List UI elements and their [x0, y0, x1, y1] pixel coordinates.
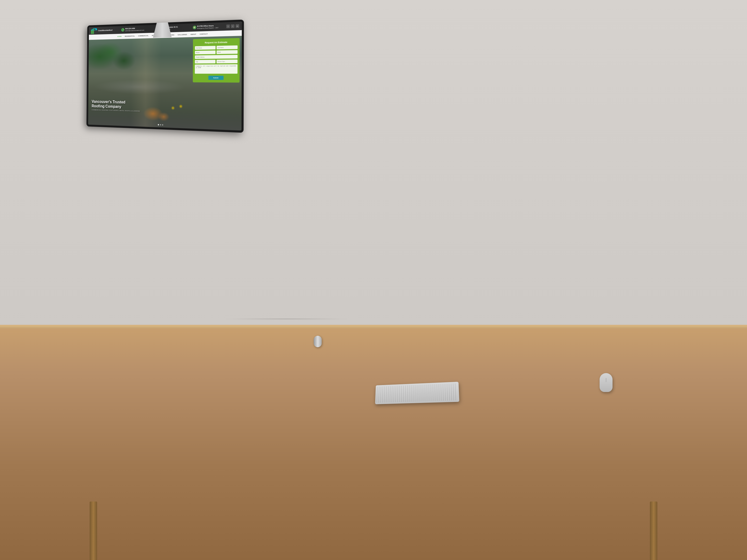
contact-row [195, 50, 237, 54]
svg-rect-16 [186, 64, 190, 67]
table-leg-right [650, 502, 658, 560]
logo-icon [91, 28, 97, 34]
hero-content: Vancouver's Trusted Roofing Company COMM… [92, 99, 140, 112]
svg-rect-18 [95, 91, 99, 94]
svg-point-9 [117, 49, 135, 67]
svg-rect-28 [167, 107, 169, 110]
svg-rect-33 [88, 112, 90, 115]
svg-rect-0 [91, 30, 92, 34]
svg-rect-15 [181, 64, 185, 67]
svg-point-7 [93, 42, 116, 62]
svg-rect-32 [90, 110, 104, 118]
svg-rect-19 [106, 92, 110, 94]
logo-area: CoastMountainRoof [91, 27, 114, 34]
slider-dots [158, 124, 163, 126]
nav-home[interactable]: HOME [117, 35, 122, 37]
slide-dot-1[interactable] [158, 124, 159, 125]
nav-contact[interactable]: CONTACT [200, 33, 208, 35]
hours-text: 8-5 PM Office Hours Emergency Roof Repai… [197, 25, 218, 29]
monitor-screen: CoastMountainRoof 📞 604-229-2498 admin@c… [88, 22, 242, 130]
nav-residential[interactable]: RESIDENTIAL [125, 35, 135, 37]
social-icons: f t in [226, 24, 239, 28]
nav-galleries[interactable]: GALLERIES [178, 34, 187, 35]
hero-section: Vancouver's Trusted Roofing Company COMM… [88, 36, 242, 131]
svg-point-8 [105, 46, 126, 65]
desk-speaker [314, 336, 322, 347]
svg-rect-23 [142, 107, 154, 115]
table-leg-left [89, 502, 97, 560]
mouse [599, 373, 613, 392]
nav-commercial[interactable]: COMMERCIAL [138, 35, 149, 36]
svg-rect-21 [129, 92, 133, 95]
monitor-shadow [223, 318, 350, 319]
phone-icon: 📞 [121, 28, 124, 32]
city-input[interactable] [195, 60, 215, 63]
project-address-input[interactable] [195, 55, 237, 59]
name-row [195, 45, 237, 50]
keyboard [375, 382, 459, 404]
desk-surface [0, 325, 747, 560]
nav-about[interactable]: ABOUT [190, 33, 196, 35]
facebook-icon[interactable]: f [226, 24, 230, 28]
svg-point-10 [88, 51, 95, 69]
scene: CoastMountainRoof 📞 604-229-2498 admin@c… [0, 0, 747, 560]
hours-info: 🏠 8-5 PM Office Hours Emergency Roof Rep… [193, 25, 218, 29]
service-type-select[interactable]: Service Type... Residential Commercial R… [216, 59, 237, 63]
svg-point-27 [167, 105, 169, 107]
svg-rect-24 [145, 105, 152, 108]
svg-line-25 [148, 51, 154, 106]
svg-point-22 [137, 108, 159, 120]
svg-point-6 [88, 43, 105, 66]
phone-text: 604-229-2498 admin@coastmountainroof.com [125, 27, 144, 32]
logo-text: CoastMountainRoof [98, 29, 112, 32]
email-input[interactable] [216, 50, 237, 54]
svg-point-11 [88, 54, 103, 70]
first-name-input[interactable] [195, 46, 215, 50]
linkedin-icon[interactable]: in [236, 24, 239, 28]
last-name-input[interactable] [216, 45, 237, 49]
svg-point-29 [172, 103, 174, 106]
svg-line-26 [154, 51, 183, 51]
city-service-row: Service Type... Residential Commercial R… [195, 59, 237, 63]
comments-textarea[interactable] [195, 64, 237, 74]
hero-title: Vancouver's Trusted Roofing Company [92, 99, 140, 109]
svg-rect-20 [118, 91, 122, 94]
slide-dot-3[interactable] [162, 124, 163, 126]
website: CoastMountainRoof 📞 604-229-2498 admin@c… [88, 22, 242, 130]
svg-rect-2 [93, 29, 94, 34]
phone-info: 📞 604-229-2498 admin@coastmountainroof.c… [121, 27, 144, 32]
slide-dot-2[interactable] [160, 124, 161, 126]
estimate-form-panel: Request An Estimate [193, 38, 239, 83]
submit-button[interactable]: Submit [208, 76, 223, 80]
twitter-icon[interactable]: t [231, 24, 235, 28]
svg-rect-30 [172, 106, 174, 108]
estimate-form-title: Request An Estimate [195, 41, 237, 44]
phone-input[interactable] [195, 51, 215, 54]
monitor-assembly: CoastMountainRoof 📞 604-229-2498 admin@c… [86, 20, 247, 183]
address-row [195, 55, 237, 59]
home-icon: 🏠 [193, 26, 196, 29]
